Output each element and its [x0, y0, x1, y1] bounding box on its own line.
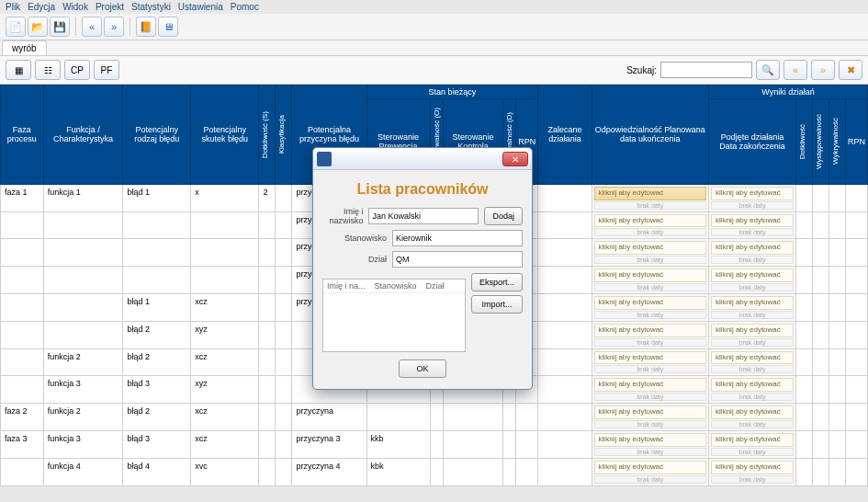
cell[interactable]: [795, 184, 812, 211]
cell[interactable]: [123, 239, 191, 267]
cell[interactable]: [812, 376, 829, 404]
cell[interactable]: [829, 430, 845, 458]
cell[interactable]: funkcja 2: [43, 348, 123, 376]
cell[interactable]: [191, 267, 259, 294]
cell[interactable]: [795, 348, 812, 376]
cell[interactable]: [430, 430, 443, 458]
cell-responsibility[interactable]: kliknij aby edytowaćbrak daty: [592, 267, 709, 294]
cell[interactable]: błąd 2: [123, 321, 191, 348]
search-next-icon[interactable]: »: [811, 60, 835, 80]
employees-list[interactable]: Imię i na... Stanowisko Dział: [322, 279, 466, 352]
cell[interactable]: [259, 404, 276, 431]
cell[interactable]: [259, 321, 276, 348]
cell[interactable]: [503, 430, 516, 458]
cell-actions-taken[interactable]: kliknij aby edytowaćbrak daty: [709, 404, 796, 431]
table-row[interactable]: funkcja 4błąd 4xvcprzyczyna 4kbkkliknij …: [1, 458, 868, 485]
cell-responsibility[interactable]: kliknij aby edytowaćbrak daty: [592, 458, 709, 485]
cell[interactable]: [812, 211, 829, 239]
table-row[interactable]: faza 3funkcja 3błąd 3xczprzyczyna 3kkbkl…: [1, 430, 868, 458]
cell[interactable]: [812, 321, 829, 348]
cell[interactable]: [276, 376, 292, 404]
cell[interactable]: [829, 458, 845, 485]
cell[interactable]: [43, 321, 123, 348]
cell[interactable]: [516, 404, 538, 431]
cell[interactable]: [1, 211, 44, 239]
cell[interactable]: [430, 404, 443, 431]
cell[interactable]: [259, 458, 276, 485]
cell[interactable]: [845, 293, 867, 321]
cell[interactable]: funkcja 2: [43, 404, 123, 431]
search-icon[interactable]: 🔍: [756, 60, 780, 80]
cell[interactable]: [829, 348, 845, 376]
cell[interactable]: [845, 321, 867, 348]
cell[interactable]: [538, 376, 592, 404]
cell[interactable]: [259, 430, 276, 458]
cell-responsibility[interactable]: kliknij aby edytowaćbrak daty: [592, 430, 709, 458]
cell[interactable]: [259, 348, 276, 376]
cell-actions-taken[interactable]: kliknij aby edytowaćbrak daty: [709, 321, 796, 348]
search-prev-icon[interactable]: «: [783, 60, 807, 80]
cell[interactable]: xcz: [191, 404, 259, 431]
cell[interactable]: [259, 239, 276, 267]
menu-projekt[interactable]: Projekt: [96, 2, 124, 12]
cell-responsibility[interactable]: kliknij aby edytowaćbrak daty: [592, 239, 709, 267]
cell[interactable]: [443, 458, 503, 485]
cell-actions-taken[interactable]: kliknij aby edytowaćbrak daty: [709, 184, 796, 211]
cell[interactable]: [538, 239, 592, 267]
cell[interactable]: [538, 321, 592, 348]
cell[interactable]: [503, 404, 516, 431]
menu-pomoc[interactable]: Pomoc: [231, 2, 259, 12]
cell[interactable]: [259, 267, 276, 294]
input-position[interactable]: [392, 230, 523, 246]
cell[interactable]: [43, 239, 123, 267]
import-button[interactable]: Import...: [471, 295, 523, 314]
cell[interactable]: [43, 211, 123, 239]
cell[interactable]: [123, 267, 191, 294]
cell[interactable]: [538, 348, 592, 376]
cell[interactable]: [538, 293, 592, 321]
cell[interactable]: [538, 404, 592, 431]
cell[interactable]: [829, 239, 845, 267]
input-dept[interactable]: [392, 251, 523, 268]
cell[interactable]: xyz: [191, 376, 259, 404]
cell[interactable]: przyczyna 3: [292, 430, 366, 458]
cell-responsibility[interactable]: kliknij aby edytowaćbrak daty: [592, 404, 709, 431]
cell-responsibility[interactable]: kliknij aby edytowaćbrak daty: [592, 348, 709, 376]
cell[interactable]: funkcja 4: [43, 458, 123, 485]
table-row[interactable]: faza 2funkcja 2błąd 2xczprzyczynakliknij…: [1, 404, 868, 431]
cell[interactable]: [276, 348, 292, 376]
open-icon[interactable]: 📂: [28, 17, 48, 37]
cell[interactable]: [795, 321, 812, 348]
add-button[interactable]: Dodaj: [484, 207, 523, 225]
cell[interactable]: [829, 404, 845, 431]
cell[interactable]: przyczyna 4: [292, 458, 366, 485]
cell[interactable]: [430, 458, 443, 485]
cell[interactable]: [845, 404, 867, 431]
cell[interactable]: [795, 458, 812, 485]
dialog-titlebar[interactable]: ✕: [313, 148, 532, 170]
cell-responsibility[interactable]: kliknij aby edytowaćbrak daty: [592, 184, 709, 211]
close-search-icon[interactable]: ✖: [839, 60, 862, 80]
cell[interactable]: [845, 376, 867, 404]
cell[interactable]: funkcja 3: [43, 430, 123, 458]
cell[interactable]: funkcja 1: [43, 184, 123, 211]
cell[interactable]: [516, 430, 538, 458]
export-button[interactable]: Eksport...: [471, 273, 523, 291]
book-icon[interactable]: 📙: [136, 17, 156, 37]
cell-responsibility[interactable]: kliknij aby edytowaćbrak daty: [592, 376, 709, 404]
cell-actions-taken[interactable]: kliknij aby edytowaćbrak daty: [709, 211, 796, 239]
cell[interactable]: [795, 430, 812, 458]
cell[interactable]: [795, 239, 812, 267]
menu-widok[interactable]: Widok: [62, 2, 88, 12]
cell[interactable]: [829, 376, 845, 404]
cell[interactable]: [795, 211, 812, 239]
cell-responsibility[interactable]: kliknij aby edytowaćbrak daty: [592, 293, 709, 321]
cell[interactable]: przyczyna: [292, 404, 366, 431]
cell[interactable]: [812, 267, 829, 294]
cell[interactable]: [503, 458, 516, 485]
cell[interactable]: [795, 376, 812, 404]
cell[interactable]: [259, 293, 276, 321]
cell[interactable]: [812, 239, 829, 267]
cell[interactable]: [845, 239, 867, 267]
cell[interactable]: [1, 293, 44, 321]
